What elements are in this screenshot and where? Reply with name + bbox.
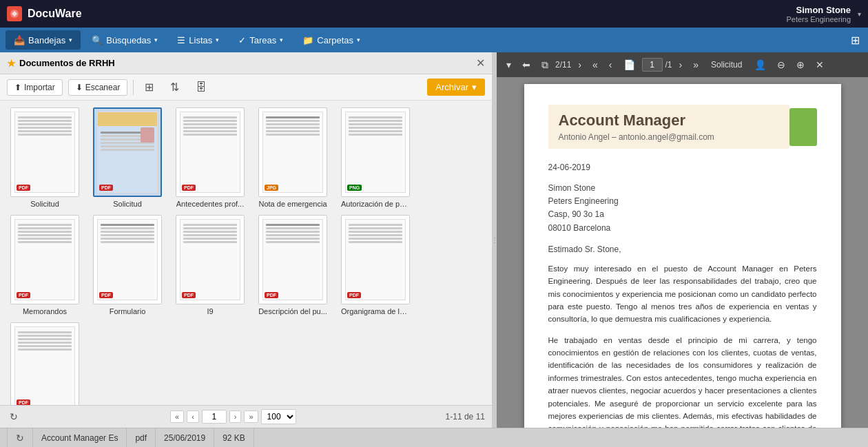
doc-item[interactable]: PDF Solicitud (7, 107, 83, 208)
panel-header: ★ Documentos de RRHH ✕ (0, 52, 492, 74)
doc-item[interactable]: PDF Memorandos (7, 215, 83, 315)
viewer-doc-label: Solicitud (705, 60, 747, 70)
doc-item[interactable]: PDF Antecedentes prof... (172, 107, 248, 208)
viewer-minus-button[interactable]: ⊖ (773, 56, 789, 73)
folder-icon: 📁 (302, 35, 313, 45)
page-number-input[interactable] (202, 410, 227, 424)
page-range: 1-11 de 11 (446, 412, 485, 422)
panel-title: ★ Documentos de RRHH (7, 58, 115, 69)
viewer-page-total: /1 (665, 60, 672, 70)
sort-button[interactable]: ⇅ (165, 78, 185, 96)
panel-toolbar: ⬆ Importar ⬇ Escanear ⊞ ⇅ 🗄 Archivar ▾ (0, 74, 492, 101)
doc-item[interactable]: PDF Solicitud (90, 107, 165, 208)
next-page-button[interactable]: › (229, 410, 242, 423)
viewer-next-button[interactable]: › (675, 56, 687, 73)
nav-tareas[interactable]: ✓ Tareas ▾ (230, 30, 291, 50)
grid-view-button[interactable]: ⊞ (139, 78, 159, 96)
db-button[interactable]: 🗄 (190, 79, 212, 96)
document-grid: PDF Solicitud PDF Solicitud (0, 101, 492, 405)
nav-listas[interactable]: ☰ Listas ▾ (169, 30, 227, 50)
doc-item[interactable]: PDF Informe de viaje (7, 322, 83, 405)
viewer-next-doc-button[interactable]: › (574, 56, 586, 73)
pagination[interactable]: « ‹ › » 100 75 50 150 (170, 409, 296, 424)
last-page-button[interactable]: » (244, 410, 258, 423)
doc-badge: PDF (347, 292, 361, 298)
zoom-select[interactable]: 100 75 50 150 (261, 409, 296, 424)
nav-busquedas-label: Búsquedas (106, 35, 151, 45)
doc-thumb-inner: JPG (262, 112, 323, 193)
doc-thumbnail: PDF (93, 215, 162, 304)
doc-item[interactable]: PDF Organigrama de lo... (338, 215, 413, 315)
viewer-layers-button[interactable]: ⧉ (537, 56, 552, 74)
doc-thumbnail: PDF (176, 215, 245, 304)
doc-thumbnail: PDF (341, 215, 410, 304)
prev-page-button[interactable]: ‹ (187, 410, 199, 423)
viewer-user-button[interactable]: 👤 (750, 56, 770, 73)
user-info-area[interactable]: Simon Stone Peters Engineering ▾ (786, 5, 861, 23)
doc-color-block (789, 108, 817, 146)
viewer-page-icon-button[interactable]: 📄 (619, 56, 639, 73)
doc-paragraph-2: He trabajado en ventas desde el principi… (548, 334, 817, 428)
panel-close-button[interactable]: ✕ (476, 56, 485, 70)
inbox-icon: 📥 (14, 35, 25, 45)
import-button[interactable]: ⬆ Importar (7, 79, 63, 96)
doc-thumbnail: PNG (341, 107, 410, 197)
doc-badge: PDF (265, 292, 278, 298)
left-panel: ★ Documentos de RRHH ✕ ⬆ Importar ⬇ Esca… (0, 52, 493, 428)
status-date: 25/06/2019 (156, 428, 214, 447)
viewer-prev-button[interactable]: ‹ (605, 56, 617, 73)
status-bar: ↻ Account Manager Es pdf 25/06/2019 92 K… (0, 428, 868, 447)
spinner-icon: ↻ (10, 411, 18, 422)
nav-bar: 📥 Bandejas ▾ 🔍 Búsquedas ▾ ☰ Listas ▾ ✓ … (0, 28, 868, 52)
doc-label: I9 (207, 307, 213, 315)
doc-label: Solicitud (30, 200, 59, 208)
layout-icon[interactable]: ⊞ (848, 32, 862, 49)
viewer-first-button[interactable]: « (588, 56, 602, 73)
nav-bandejas[interactable]: 📥 Bandejas ▾ (6, 30, 81, 50)
star-icon: ★ (7, 58, 16, 69)
nav-listas-label: Listas (189, 35, 212, 45)
address-line1: Simon Stone (548, 182, 817, 195)
nav-bandejas-label: Bandejas (28, 35, 65, 45)
nav-bandejas-arrow: ▾ (69, 37, 72, 43)
nav-busquedas[interactable]: 🔍 Búsquedas ▾ (83, 30, 166, 50)
doc-thumb-inner: PNG (345, 112, 406, 193)
viewer-toggle[interactable]: ⊞ (848, 34, 862, 47)
user-dropdown-arrow[interactable]: ▾ (858, 10, 861, 18)
doc-badge: PDF (99, 185, 113, 191)
viewer-plus-button[interactable]: ⊕ (792, 56, 809, 73)
doc-label: Solicitud (113, 200, 142, 208)
viewer-last-button[interactable]: » (689, 56, 703, 73)
doc-item[interactable]: PDF Descripción del pu... (255, 215, 331, 315)
doc-label: Autorización de per... (341, 200, 410, 208)
viewer-page-nav: 2/11 › (555, 56, 586, 73)
doc-badge: PDF (17, 399, 30, 405)
doc-item[interactable]: PDF I9 (172, 215, 248, 315)
status-spinner: ↻ (7, 428, 33, 447)
doc-item[interactable]: JPG Nota de emergencia (255, 107, 331, 208)
doc-date: 24-06-2019 (548, 163, 817, 172)
first-page-button[interactable]: « (170, 410, 184, 423)
check-icon: ✓ (238, 35, 246, 45)
viewer-page-input[interactable] (642, 58, 663, 72)
doc-title: Account Manager (559, 112, 779, 129)
viewer-back-layers-button[interactable]: ⬅ (518, 56, 535, 73)
doc-badge: PDF (17, 292, 30, 298)
doc-badge: PDF (17, 185, 30, 191)
viewer-current-pages: 2/11 (555, 60, 571, 70)
archive-button[interactable]: Archivar ▾ (427, 79, 485, 96)
viewer-page-input-area: /1 (642, 58, 672, 72)
nav-tareas-label: Tareas (249, 35, 276, 45)
doc-badge: PDF (182, 292, 196, 298)
viewer-close-button[interactable]: ✕ (812, 56, 828, 73)
doc-thumb-inner: PDF (97, 112, 158, 193)
doc-item[interactable]: PDF Formulario (90, 215, 165, 315)
nav-carpetas[interactable]: 📁 Carpetas ▾ (294, 30, 369, 50)
doc-item[interactable]: PNG Autorización de per... (338, 107, 413, 208)
search-icon: 🔍 (92, 35, 103, 45)
scan-button[interactable]: ⬇ Escanear (68, 79, 128, 96)
doc-paragraph-1: Estoy muy interesado en el puesto de Acc… (548, 262, 817, 326)
doc-thumbnail: PDF (10, 322, 79, 405)
viewer-dropdown-button[interactable]: ▾ (502, 56, 515, 73)
doc-thumb-inner: PDF (180, 112, 240, 193)
